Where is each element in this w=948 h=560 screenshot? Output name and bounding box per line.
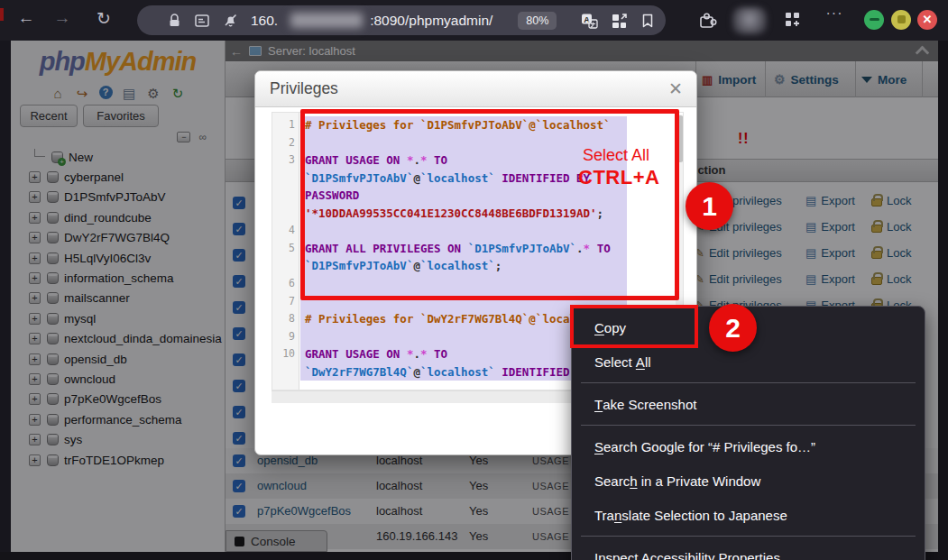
menu-item-text: earch Google for “# Privileges fo…” — [603, 439, 815, 454]
menu-item-text: Inspect Accessibility Properties — [594, 550, 780, 560]
url-redacted-blur — [290, 13, 363, 28]
menu-item-take-screenshot[interactable]: Take Screenshot — [572, 387, 925, 421]
annotation-select-all-label: Select All — [583, 146, 649, 165]
dialog-title-bar[interactable]: Privileges ✕ — [255, 71, 696, 107]
code-token-kw: TO — [427, 347, 447, 361]
menu-item-text: in a Private Window — [638, 473, 761, 489]
line-number: 7 — [272, 293, 295, 311]
code-line: GRANT USAGE ON *.* TO — [305, 345, 447, 363]
access-key: h — [630, 473, 637, 489]
maximize-button[interactable] — [891, 10, 911, 30]
forward-icon[interactable]: → — [49, 8, 76, 28]
menu-item-inspect-accessibility[interactable]: Inspect Accessibility Properties — [572, 540, 925, 560]
close-window-button[interactable] — [917, 10, 937, 30]
menu-item-text: ake Screenshot — [603, 397, 696, 412]
line-number: 5 — [272, 240, 295, 258]
browser-toolbar: ← → ↻ 160. :8090/phpmyadmin/ 80% A — [0, 0, 948, 41]
code-token-pun: . — [413, 347, 420, 361]
menu-item-text: Select — [594, 354, 636, 370]
reload-icon[interactable]: ↻ — [90, 8, 117, 29]
line-number: 4 — [272, 222, 295, 240]
menu-item-select-all[interactable]: Select All — [572, 344, 925, 379]
dialog-close-icon[interactable]: ✕ — [668, 78, 683, 99]
menu-item-search-google[interactable]: Search Google for “# Privileges fo…” — [572, 429, 925, 464]
line-number: 2 — [272, 134, 295, 152]
url-bar[interactable]: 160. :8090/phpmyadmin/ 80% A — [137, 5, 666, 35]
line-number: 8 — [272, 310, 295, 328]
step-2-badge: 2 — [709, 304, 757, 352]
step-1-badge: 1 — [686, 182, 733, 230]
zoom-level-badge[interactable]: 80% — [518, 12, 557, 30]
lock-icon[interactable] — [168, 13, 181, 28]
account-avatar[interactable] — [732, 7, 767, 34]
code-line: `DwY2rF7WG7Bl4Q`@`localhost` IDENTIFIED … — [305, 363, 590, 381]
menu-item-text: Tra — [594, 508, 614, 523]
code-token-com: # Privileges for `DwY2rF7WG7Bl4Q`@`local… — [305, 312, 611, 326]
menu-item-text: ll — [645, 354, 651, 370]
code-token-pun: @ — [413, 365, 420, 379]
menu-separator — [581, 382, 916, 383]
tab-groups-icon[interactable] — [784, 11, 803, 30]
minimize-button[interactable] — [864, 10, 884, 30]
code-token-id: `localhost` — [420, 365, 495, 379]
menu-item-search-private-window[interactable]: Search in a Private Window — [572, 464, 925, 498]
line-number: 9 — [272, 328, 295, 346]
code-token-kw: GRANT USAGE ON — [305, 347, 407, 361]
bookmark-icon[interactable] — [640, 13, 655, 29]
line-number-gutter: 12345678910 — [272, 113, 299, 390]
menu-separator — [581, 536, 916, 537]
window-edge-accent — [0, 8, 4, 21]
line-number: 6 — [272, 275, 295, 293]
menu-item-text: Searc — [594, 473, 630, 489]
permissions-icon[interactable] — [194, 13, 210, 28]
code-line: # Privileges for `DwY2rF7WG7Bl4Q`@`local… — [305, 310, 611, 328]
line-number: 3 — [272, 151, 295, 170]
screen: ← → ↻ 160. :8090/phpmyadmin/ 80% A — [0, 0, 948, 560]
annotation-shortcut-label: CTRL+A — [578, 166, 659, 189]
access-key: S — [594, 439, 603, 454]
access-key: T — [594, 397, 603, 412]
line-number: 10 — [272, 345, 295, 363]
translate-icon[interactable]: A — [581, 13, 598, 29]
picture-in-picture-icon[interactable] — [611, 13, 628, 29]
access-key: n — [614, 508, 621, 523]
annotation-box-code — [300, 109, 679, 300]
menu-separator — [581, 425, 916, 426]
url-path[interactable]: :8090/phpmyadmin/ — [370, 13, 492, 29]
access-key: A — [636, 354, 645, 370]
dialog-title: Privileges — [270, 79, 338, 98]
annotation-box-copy — [570, 305, 698, 348]
back-icon[interactable]: ← — [13, 8, 40, 28]
menu-item-text: slate Selection to Japanese — [621, 508, 787, 523]
url-host[interactable]: 160. — [251, 13, 278, 29]
notifications-blocked-icon[interactable] — [223, 13, 238, 28]
code-token-id: `DwY2rF7WG7Bl4Q` — [305, 365, 413, 379]
window-right-edge — [938, 41, 948, 552]
menu-icon[interactable]: ··· — [821, 5, 848, 22]
menu-item-translate-selection[interactable]: Translate Selection to Japanese — [572, 498, 925, 532]
extensions-icon[interactable] — [698, 11, 718, 30]
line-number: 1 — [272, 116, 295, 134]
